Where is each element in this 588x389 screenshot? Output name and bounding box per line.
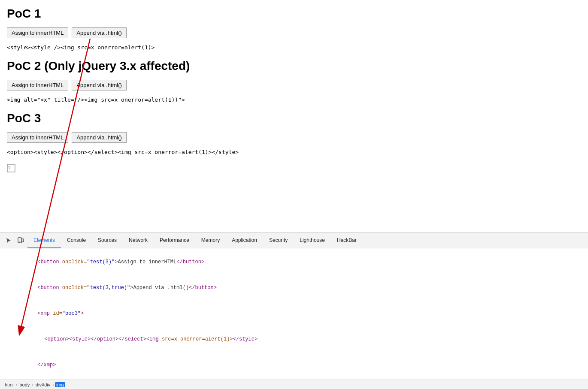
poc2-assign-button[interactable]: Assign to innerHTML (7, 80, 68, 90)
breadcrumb-bar: html › body › div#div › img (0, 380, 588, 389)
devtools-dom-content: <button onclick="test(3)">Assign to inne… (0, 249, 588, 389)
poc2-code: <img alt="<x" title="/><img src=x onerro… (7, 96, 581, 103)
main-content: PoC 1 Assign to innerHTML Append via .ht… (0, 0, 588, 232)
cursor-icon[interactable] (3, 235, 14, 246)
devtools-panel: Elements Console Sources Network Perform… (0, 232, 588, 389)
tab-sources[interactable]: Sources (92, 233, 123, 248)
device-icon[interactable] (15, 235, 26, 246)
tab-elements[interactable]: Elements (27, 233, 61, 248)
tab-hackbar[interactable]: HackBar (331, 233, 363, 248)
poc2-title: PoC 2 (Only jQuery 3.x affected) (7, 59, 581, 73)
poc1-title: PoC 1 (7, 7, 581, 21)
poc3-buttons: Assign to innerHTML Append via .html() (7, 132, 581, 143)
tab-lighthouse[interactable]: Lighthouse (294, 233, 331, 248)
tab-console[interactable]: Console (61, 233, 92, 248)
poc2-append-button[interactable]: Append via .html() (72, 80, 127, 90)
broken-image: ? (7, 164, 581, 174)
poc1-code: <style><style /><img src=x onerror=alert… (7, 44, 581, 51)
tab-memory[interactable]: Memory (195, 233, 226, 248)
poc1-buttons: Assign to innerHTML Append via .html() (7, 27, 581, 38)
breadcrumb-div[interactable]: div#div (34, 382, 52, 387)
breadcrumb-html[interactable]: html (3, 382, 15, 387)
svg-point-6 (19, 241, 20, 242)
tab-application[interactable]: Application (226, 233, 263, 248)
dom-line-4[interactable]: <option><style></option></select><img sr… (0, 326, 588, 352)
tab-network[interactable]: Network (123, 233, 154, 248)
svg-rect-5 (22, 239, 24, 242)
svg-text:?: ? (8, 166, 11, 172)
breadcrumb-body[interactable]: body (18, 382, 31, 387)
devtools-tabbar: Elements Console Sources Network Perform… (0, 233, 588, 248)
poc1-assign-button[interactable]: Assign to innerHTML (7, 27, 68, 38)
poc3-title: PoC 3 (7, 112, 581, 125)
dom-line-5[interactable]: </xmp> (0, 352, 588, 378)
poc1-append-button[interactable]: Append via .html() (72, 27, 127, 38)
poc3-assign-button[interactable]: Assign to innerHTML (7, 132, 68, 143)
poc3-append-button[interactable]: Append via .html() (72, 132, 127, 143)
dom-line-1[interactable]: <button onclick="test(3)">Assign to inne… (0, 249, 588, 275)
tab-performance[interactable]: Performance (154, 233, 195, 248)
tab-security[interactable]: Security (263, 233, 294, 248)
poc2-buttons: Assign to innerHTML Append via .html() (7, 80, 581, 90)
dom-line-2[interactable]: <button onclick="test(3,true)">Append vi… (0, 275, 588, 301)
breadcrumb-img[interactable]: img (55, 382, 65, 387)
poc3-code: <option><style></option></select><img sr… (7, 149, 581, 155)
dom-line-3[interactable]: <xmp id="poc3"> (0, 301, 588, 326)
